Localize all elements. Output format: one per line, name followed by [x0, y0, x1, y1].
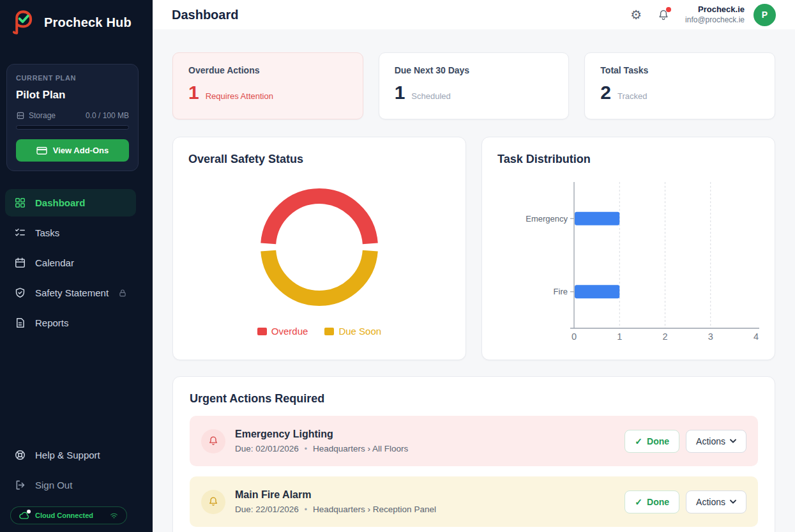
overall-safety-status-card: Overall Safety Status OverdueDue Soon — [172, 137, 466, 360]
donut-chart: OverdueDue Soon — [188, 166, 450, 337]
action-buttons: ✓ Done Actions — [625, 490, 746, 513]
task-distribution-card: Task Distribution EmergencyFire01234 — [481, 137, 775, 360]
lifebuoy-icon — [14, 449, 26, 461]
action-buttons: ✓ Done Actions — [625, 430, 746, 453]
sidebar-item-label: Sign Out — [35, 480, 72, 490]
svg-text:0: 0 — [572, 331, 577, 342]
donut-legend: OverdueDue Soon — [257, 326, 381, 337]
bullet-separator: • — [305, 445, 307, 453]
dashboard-content: Overdue Actions 1 Requires Attention Due… — [153, 29, 795, 532]
alert-bell-icon — [201, 490, 225, 514]
sidebar-item-label: Reports — [35, 317, 69, 328]
action-location: Headquarters › All Floors — [313, 444, 408, 453]
sign-out-icon — [14, 479, 26, 491]
main-area: Dashboard ⚙ Procheck.ie info@procheck.ie… — [153, 0, 795, 532]
svg-text:Emergency: Emergency — [526, 214, 568, 224]
chevron-down-icon — [730, 439, 736, 443]
urgent-action-row-emergency-lighting: Emergency Lighting Due: 02/01/2026 • Hea… — [190, 416, 758, 466]
plan-label: CURRENT PLAN — [16, 74, 129, 82]
action-due: Due: 02/01/2026 — [235, 444, 299, 453]
cloud-icon — [19, 511, 30, 520]
sidebar-item-tasks[interactable]: Tasks — [5, 219, 136, 247]
check-icon: ✓ — [635, 497, 642, 507]
account-name: Procheck.ie — [685, 4, 745, 15]
storage-icon — [16, 111, 25, 120]
actions-label: Actions — [696, 436, 725, 446]
stat-subtitle: Requires Attention — [206, 91, 273, 101]
donut-chart-svg — [188, 166, 450, 319]
svg-text:Fire: Fire — [554, 287, 568, 296]
legend-label: Overdue — [271, 326, 308, 337]
stat-value: 1 — [395, 82, 405, 103]
sidebar-item-sign-out[interactable]: Sign Out — [5, 471, 136, 499]
tasks-icon — [14, 227, 26, 239]
done-label: Done — [647, 497, 669, 507]
avatar[interactable]: P — [753, 4, 776, 26]
sidebar-item-dashboard[interactable]: Dashboard — [5, 189, 136, 217]
app-title: Procheck Hub — [44, 15, 132, 30]
cloud-status-pill: Cloud Connected — [10, 506, 127, 524]
card-icon — [36, 146, 47, 155]
sidebar-item-safety-statement[interactable]: Safety Statement — [5, 279, 136, 307]
action-location: Headquarters › Reception Panel — [313, 505, 436, 514]
chart-title: Overall Safety Status — [188, 153, 450, 166]
sidebar-footer: Help & Support Sign Out Cloud Connected — [0, 441, 153, 532]
sidebar-item-label: Dashboard — [35, 197, 85, 208]
lock-icon — [118, 289, 127, 298]
settings-gear-icon[interactable]: ⚙ — [630, 8, 642, 21]
account-info[interactable]: Procheck.ie info@procheck.ie — [685, 4, 745, 24]
storage-row: Storage 0.0 / 100 MB — [16, 111, 129, 120]
page-title: Dashboard — [172, 8, 238, 22]
urgent-action-row-main-fire-alarm: Main Fire Alarm Due: 22/01/2026 • Headqu… — [190, 476, 758, 527]
shield-check-icon — [14, 287, 26, 299]
sidebar-item-calendar[interactable]: Calendar — [5, 249, 136, 277]
legend-swatch — [324, 328, 334, 335]
grid-icon — [14, 197, 26, 209]
bullet-separator: • — [305, 505, 307, 514]
charts-row: Overall Safety Status OverdueDue Soon Ta… — [172, 137, 775, 360]
brand: Procheck Hub — [0, 0, 153, 45]
plan-name: Pilot Plan — [16, 89, 129, 102]
action-info: Main Fire Alarm Due: 22/01/2026 • Headqu… — [235, 489, 436, 514]
notification-dot — [666, 7, 671, 12]
sidebar-item-reports[interactable]: Reports — [5, 309, 136, 337]
wifi-icon — [109, 512, 119, 519]
stat-value: 2 — [600, 82, 611, 103]
svg-text:1: 1 — [617, 331, 622, 342]
alert-bell-icon — [201, 429, 225, 453]
notifications-bell-icon[interactable] — [657, 8, 670, 22]
legend-item-overdue[interactable]: Overdue — [257, 326, 308, 337]
action-info: Emergency Lighting Due: 02/01/2026 • Hea… — [235, 429, 408, 453]
stat-card-due-next-30-days: Due Next 30 Days 1 Scheduled — [379, 52, 570, 119]
actions-label: Actions — [696, 497, 725, 507]
donut-slice-overdue — [268, 196, 370, 243]
top-header: Dashboard ⚙ Procheck.ie info@procheck.ie… — [153, 0, 795, 29]
svg-text:4: 4 — [753, 331, 759, 342]
action-due: Due: 22/01/2026 — [235, 505, 299, 514]
urgent-actions-card: Urgent Actions Required Emergency Lighti… — [172, 376, 775, 532]
done-button[interactable]: ✓ Done — [625, 430, 679, 453]
sidebar-spacer — [0, 337, 153, 441]
sidebar-item-label: Tasks — [35, 227, 59, 238]
stat-title: Overdue Actions — [188, 65, 347, 75]
check-icon: ✓ — [635, 436, 642, 446]
action-meta: Due: 02/01/2026 • Headquarters › All Flo… — [235, 444, 408, 453]
storage-value: 0.0 / 100 MB — [86, 111, 129, 120]
storage-progress-bar — [16, 125, 129, 130]
app-logo-icon — [9, 8, 36, 36]
header-actions: ⚙ Procheck.ie info@procheck.ie P — [630, 4, 776, 26]
action-name: Main Fire Alarm — [235, 489, 436, 501]
actions-dropdown-button[interactable]: Actions — [686, 490, 746, 513]
chart-title: Task Distribution — [497, 153, 759, 166]
actions-dropdown-button[interactable]: Actions — [686, 430, 746, 453]
legend-item-due-soon[interactable]: Due Soon — [324, 326, 381, 337]
storage-label: Storage — [29, 111, 56, 120]
stat-title: Total Tasks — [600, 65, 759, 75]
cloud-status-label: Cloud Connected — [35, 512, 93, 519]
view-addons-button[interactable]: View Add-Ons — [16, 139, 129, 162]
done-button[interactable]: ✓ Done — [625, 490, 679, 513]
sidebar: Procheck Hub CURRENT PLAN Pilot Plan Sto… — [0, 0, 153, 532]
action-meta: Due: 22/01/2026 • Headquarters › Recepti… — [235, 505, 436, 514]
sidebar-item-help-support[interactable]: Help & Support — [5, 441, 136, 469]
sidebar-item-label: Help & Support — [35, 450, 100, 460]
